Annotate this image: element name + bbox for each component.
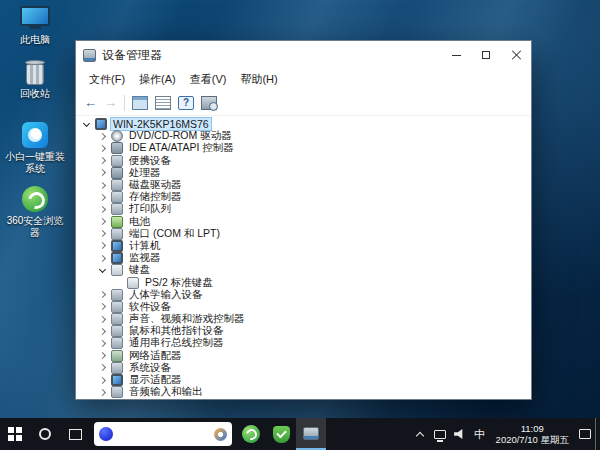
processor-icon [111,167,123,179]
back-arrow-icon[interactable]: ← [84,96,97,109]
ports-icon [111,228,123,240]
device-manager-window: 设备管理器 文件(F) 操作(A) 查看(V) 帮助(H) ← → ? [75,40,532,400]
show-desktop-button[interactable] [595,418,600,450]
chevron-right-icon[interactable] [99,194,106,201]
desktop-icon-360-browser[interactable]: 360安全浏览器 [4,186,66,239]
chevron-right-icon[interactable] [99,145,106,152]
network-icon [111,350,123,362]
titlebar[interactable]: 设备管理器 [76,41,531,69]
windows-logo-icon [8,427,22,441]
taskbar: 中 11:09 2020/7/10 星期五 [0,418,600,450]
window-title: 设备管理器 [102,47,441,64]
volume-tray-button[interactable] [450,418,470,450]
chevron-right-icon[interactable] [99,157,106,164]
toolbar: ← → ? [76,90,531,116]
ime-indicator[interactable]: 中 [470,418,490,450]
menu-view[interactable]: 查看(V) [183,70,234,89]
taskbar-left [0,418,326,450]
recycle-bin-body [26,64,44,85]
maximize-button[interactable] [471,41,501,69]
search-extra-icon [214,428,227,441]
chevron-right-icon[interactable] [99,389,106,396]
help-icon[interactable]: ? [178,96,194,110]
cortana-button[interactable] [30,418,60,450]
menu-file[interactable]: 文件(F) [82,70,132,89]
chevron-right-icon[interactable] [99,328,106,335]
hidden-icons-button[interactable] [410,418,430,450]
chevron-right-icon[interactable] [99,352,106,359]
ime-label: 中 [474,427,485,442]
console-window-icon[interactable] [132,96,148,110]
taskbar-app-360-browser[interactable] [236,418,266,450]
this-pc-icon-stand [29,26,41,29]
task-view-icon [69,429,82,440]
this-pc-icon-screen [20,6,50,26]
chevron-right-icon[interactable] [99,316,106,323]
keyboard-icon [111,264,123,276]
clock-time: 11:09 [496,423,569,434]
desktop-icon-label: 回收站 [4,88,66,100]
network-tray-button[interactable] [430,418,450,450]
forward-arrow-icon[interactable]: → [104,96,117,109]
menu-action[interactable]: 操作(A) [132,70,183,89]
this-pc-icon [20,6,50,31]
chevron-right-icon[interactable] [99,230,106,237]
menu-help[interactable]: 帮助(H) [233,70,284,89]
battery-icon [111,216,123,228]
desktop-icon-recycle-bin[interactable]: 回收站 [4,60,66,100]
scan-hardware-icon[interactable] [201,96,217,110]
chevron-right-icon[interactable] [99,376,106,383]
chevron-right-icon[interactable] [99,364,106,371]
tree-item[interactable]: 音频输入和输出 [76,386,531,398]
cortana-circle-icon [39,428,51,440]
chevron-right-icon[interactable] [99,303,106,310]
network-icon [434,430,446,439]
chevron-right-icon[interactable] [99,133,106,140]
desktop-icon-xiaobai-reinstall[interactable]: 小白一键重装系统 [4,122,66,175]
clock-date-value: 2020/7/10 [496,434,538,445]
menubar: 文件(F) 操作(A) 查看(V) 帮助(H) [76,69,531,90]
clock-date: 2020/7/10 星期五 [496,434,569,445]
start-button[interactable] [0,418,30,450]
task-view-button[interactable] [60,418,90,450]
chevron-down-icon[interactable] [99,266,106,273]
chevron-up-icon [415,431,423,439]
computer-icon [95,118,107,130]
keyboard-icon [127,277,139,289]
properties-icon[interactable] [155,96,171,110]
window-controls [441,41,531,69]
portable-icon [111,155,123,167]
chevron-down-icon[interactable] [83,120,90,127]
monitor-icon [111,252,123,264]
taskbar-clock[interactable]: 11:09 2020/7/10 星期五 [490,423,575,445]
chevron-right-icon[interactable] [99,169,106,176]
device-manager-icon [83,49,96,62]
tree-item-label: 音频输入和输出 [127,385,205,399]
360-browser-icon [22,186,48,212]
volume-icon [454,429,465,440]
chevron-right-icon[interactable] [99,291,106,298]
device-tree: WIN-2K5KP16MS76 DVD/CD-ROM 驱动器 IDE ATA/A… [76,116,531,399]
clock-weekday: 星期五 [541,434,570,445]
controller-icon [111,142,123,154]
usb-icon [111,337,123,349]
display-icon [111,374,123,386]
action-center-button[interactable] [575,418,595,450]
chevron-right-icon[interactable] [99,218,106,225]
computer-icon [111,240,123,252]
chevron-right-icon[interactable] [99,242,106,249]
taskbar-tray: 中 11:09 2020/7/10 星期五 [410,418,600,450]
chevron-right-icon[interactable] [99,181,106,188]
desktop-icon-this-pc[interactable]: 此电脑 [4,6,66,46]
taskbar-search-box[interactable] [94,422,232,446]
printer-icon [111,203,123,215]
close-button[interactable] [501,41,531,69]
toolbar-separator [124,95,125,111]
chevron-right-icon[interactable] [99,340,106,347]
taskbar-app-device-manager[interactable] [296,418,326,450]
chevron-right-icon[interactable] [99,206,106,213]
minimize-icon [452,55,461,56]
chevron-right-icon[interactable] [99,255,106,262]
minimize-button[interactable] [441,41,471,69]
taskbar-app-green-shield[interactable] [266,418,296,450]
